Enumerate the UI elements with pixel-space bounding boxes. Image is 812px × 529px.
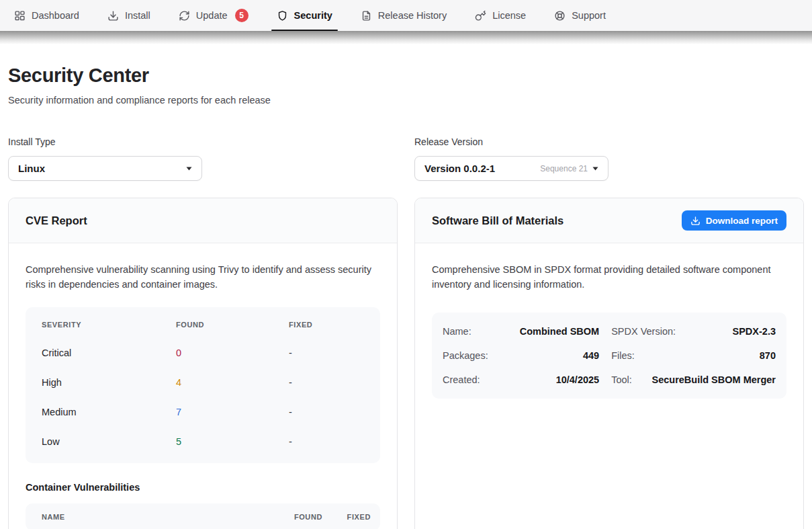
install-type-value: Linux (18, 163, 45, 174)
header-shadow (0, 31, 812, 44)
table-row-high: High 4 - (26, 368, 380, 397)
info-row: Packages: 449 Files: 870 (443, 343, 776, 368)
cve-report-description: Comprehensive vulnerability scanning usi… (26, 263, 380, 292)
download-report-button[interactable]: Download report (682, 210, 786, 231)
info-label: Name: (443, 326, 471, 337)
fixed-count: - (289, 377, 364, 388)
install-type-filter: Install Type Linux (8, 136, 398, 181)
found-count: 5 (176, 436, 289, 447)
dashboard-grid-icon (14, 10, 26, 22)
nav-item-install[interactable]: Install (93, 0, 165, 31)
container-vulnerabilities-title: Container Vulnerabilities (26, 482, 380, 493)
refresh-icon (179, 10, 190, 22)
info-label: Packages: (443, 350, 488, 361)
nav-label: Support (572, 10, 606, 21)
report-cards: CVE Report Comprehensive vulnerability s… (8, 198, 804, 529)
nav-item-release-history[interactable]: Release History (347, 0, 461, 31)
nav-label: Dashboard (32, 10, 79, 21)
nav-item-update[interactable]: Update 5 (165, 0, 263, 31)
container-vulnerabilities-table-header: NAME FOUND FIXED (26, 503, 380, 529)
shield-icon (277, 10, 288, 22)
nav-label: License (492, 10, 526, 21)
nav-label: Update (196, 10, 228, 21)
col-fixed: FIXED (333, 513, 371, 521)
severity-label: Critical (42, 348, 176, 358)
nav-label: Release History (378, 10, 447, 21)
chevron-down-icon (592, 167, 598, 171)
info-row: Name: Combined SBOM SPDX Version: SPDX-2… (443, 319, 776, 343)
col-name: NAME (42, 513, 283, 521)
top-nav: Dashboard Install Update 5 Security Rele… (0, 0, 812, 31)
install-type-select[interactable]: Linux (8, 156, 202, 181)
info-value: SecureBuild SBOM Merger (651, 374, 776, 385)
found-count: 4 (176, 377, 289, 388)
install-type-label: Install Type (8, 136, 398, 147)
table-row-low: Low 5 - (26, 427, 380, 456)
release-version-filter: Release Version Version 0.0.2-1 Sequence… (414, 136, 804, 181)
info-label: SPDX Version: (611, 326, 676, 337)
page-title: Security Center (8, 65, 804, 87)
release-sequence-meta: Sequence 21 (540, 164, 588, 173)
page-subtitle: Security information and compliance repo… (8, 95, 804, 106)
nav-label: Install (125, 10, 150, 21)
severity-table-header: SEVERITY FOUND FIXED (26, 311, 380, 338)
info-value: Combined SBOM (520, 326, 599, 337)
nav-label: Security (294, 10, 332, 21)
severity-label: Low (42, 436, 176, 447)
info-value: 449 (583, 350, 599, 361)
fixed-count: - (289, 407, 364, 417)
col-severity: SEVERITY (42, 321, 176, 329)
sbom-title: Software Bill of Materials (432, 214, 563, 227)
sbom-card: Software Bill of Materials Download repo… (414, 198, 804, 529)
document-icon (361, 10, 372, 22)
update-count-badge: 5 (235, 9, 249, 22)
sbom-description: Comprehensive SBOM in SPDX format provid… (432, 263, 786, 292)
severity-table: SEVERITY FOUND FIXED Critical 0 - High 4… (26, 307, 380, 463)
filters: Install Type Linux Release Version Versi… (8, 136, 804, 181)
download-icon (107, 10, 119, 22)
cve-report-card: CVE Report Comprehensive vulnerability s… (8, 198, 398, 529)
download-icon (690, 216, 701, 226)
chevron-down-icon (186, 167, 192, 171)
col-found: FOUND (283, 513, 322, 521)
sbom-header: Software Bill of Materials Download repo… (415, 198, 803, 243)
fixed-count: - (289, 348, 364, 358)
nav-item-support[interactable]: Support (540, 0, 620, 31)
col-found: FOUND (176, 321, 289, 329)
info-value: SPDX-2.3 (733, 326, 776, 337)
nav-item-security[interactable]: Security (263, 0, 347, 31)
col-fixed: FIXED (289, 321, 364, 329)
info-value: 870 (760, 350, 776, 361)
cve-report-title: CVE Report (26, 214, 87, 227)
release-version-label: Release Version (414, 136, 804, 147)
release-version-select[interactable]: Version 0.0.2-1 Sequence 21 (414, 156, 608, 181)
download-report-label: Download report (706, 216, 778, 226)
table-row-critical: Critical 0 - (26, 338, 380, 368)
nav-item-license[interactable]: License (461, 0, 540, 31)
found-count: 0 (176, 348, 289, 358)
nav-item-dashboard[interactable]: Dashboard (0, 0, 93, 31)
fixed-count: - (289, 436, 364, 447)
info-row: Created: 10/4/2025 Tool: SecureBuild SBO… (443, 368, 776, 392)
severity-label: High (42, 377, 176, 388)
severity-label: Medium (42, 407, 176, 417)
info-label: Created: (443, 374, 480, 385)
found-count: 7 (176, 407, 289, 417)
table-row-medium: Medium 7 - (26, 397, 380, 427)
security-center-page: Security Center Security information and… (0, 65, 812, 529)
cve-report-header: CVE Report (9, 198, 397, 243)
release-version-value: Version 0.0.2-1 (424, 163, 495, 174)
key-icon (475, 10, 486, 22)
info-value: 10/4/2025 (556, 374, 600, 385)
info-label: Tool: (611, 374, 632, 385)
lifebuoy-icon (554, 10, 566, 22)
info-label: Files: (611, 350, 635, 361)
sbom-info-grid: Name: Combined SBOM SPDX Version: SPDX-2… (432, 313, 786, 399)
